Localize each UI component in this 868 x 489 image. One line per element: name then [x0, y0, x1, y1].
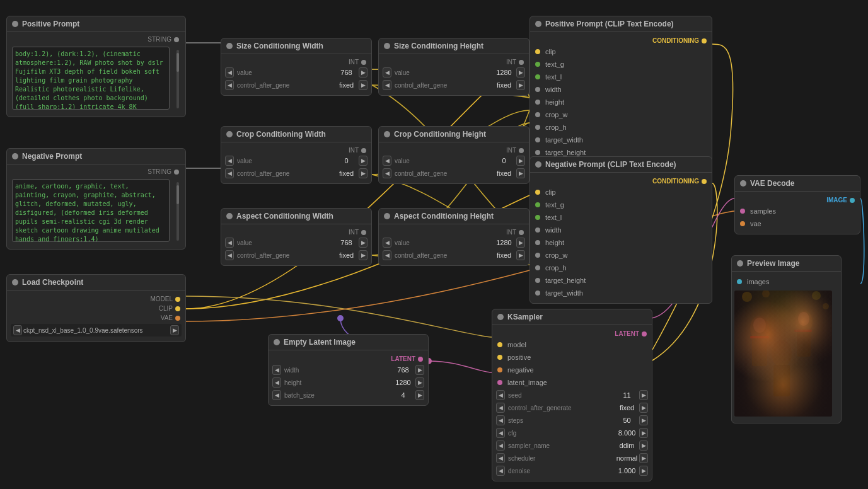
size-cond-height-body: INT ◀ value 1280 ▶ ◀ control_after_gene … — [379, 54, 529, 95]
decrease-batch-btn[interactable]: ◀ — [272, 390, 281, 400]
increase-value-btn[interactable]: ▶ — [359, 156, 367, 166]
prev-checkpoint-btn[interactable]: ◀ — [13, 325, 22, 335]
load-checkpoint-title: Load Checkpoint — [22, 278, 83, 287]
increase-control-btn[interactable]: ▶ — [359, 250, 367, 260]
decrease-value-btn[interactable]: ◀ — [225, 67, 234, 78]
increase-control-btn[interactable]: ▶ — [359, 80, 367, 90]
decrease-control-btn[interactable]: ◀ — [225, 168, 234, 178]
vae-decode-header: VAE Decode — [735, 176, 860, 192]
increase-seed-btn[interactable]: ▶ — [639, 390, 648, 400]
positive-prompt-textarea[interactable]: body:1.2), (dark:1.2), (cinematic atmosp… — [12, 47, 170, 110]
decrease-value-btn[interactable]: ◀ — [383, 156, 391, 166]
decrease-value-btn[interactable]: ◀ — [225, 156, 234, 166]
increase-width-btn[interactable]: ▶ — [415, 365, 424, 375]
decrease-control-btn[interactable]: ◀ — [383, 250, 391, 260]
increase-value-btn[interactable]: ▶ — [359, 238, 367, 248]
model-input-port — [497, 342, 502, 347]
text-l-input-port — [535, 74, 540, 79]
increase-value-btn[interactable]: ▶ — [516, 238, 525, 248]
seed-display: 11 — [616, 391, 638, 399]
decrease-sampler-btn[interactable]: ◀ — [496, 440, 505, 451]
decrease-width-btn[interactable]: ◀ — [272, 365, 281, 375]
increase-control-btn[interactable]: ▶ — [359, 168, 367, 178]
increase-control-btn[interactable]: ▶ — [516, 168, 525, 178]
decrease-height-btn[interactable]: ◀ — [272, 377, 281, 388]
decrease-value-btn[interactable]: ◀ — [383, 238, 391, 248]
increase-value-btn[interactable]: ▶ — [359, 67, 367, 78]
increase-denoise-btn[interactable]: ▶ — [639, 466, 648, 476]
control-display: fixed — [335, 81, 357, 89]
decrease-control-btn[interactable]: ◀ — [225, 80, 234, 90]
increase-value-btn[interactable]: ▶ — [516, 67, 525, 78]
negative-prompt-textarea[interactable]: anime, cartoon, graphic, text, painting,… — [12, 179, 170, 242]
vae-port-label: vae — [750, 220, 761, 227]
decrease-denoise-btn[interactable]: ◀ — [496, 466, 505, 476]
text-g-input-port — [535, 62, 540, 67]
height-input-row: ◀ height 1280 ▶ — [269, 376, 428, 389]
size-cond-width-header: Size Conditioning Width — [221, 38, 371, 54]
height-port-label: height — [545, 239, 564, 246]
positive-clip-header: Positive Prompt (CLIP Text Encode) — [530, 16, 712, 32]
decrease-steps-btn[interactable]: ◀ — [496, 415, 505, 425]
node-status-dot — [12, 279, 18, 285]
decrease-value-btn[interactable]: ◀ — [383, 67, 391, 78]
svg-point-19 — [823, 303, 829, 309]
increase-control-btn[interactable]: ▶ — [516, 80, 525, 90]
increase-steps-btn[interactable]: ▶ — [639, 415, 648, 425]
int-badge: INT — [506, 59, 516, 66]
increase-cfg-btn[interactable]: ▶ — [639, 428, 648, 438]
increase-control-btn[interactable]: ▶ — [516, 250, 525, 260]
samples-input-port — [740, 209, 745, 214]
increase-scheduler-btn[interactable]: ▶ — [639, 453, 648, 463]
decrease-control-btn[interactable]: ◀ — [383, 168, 391, 178]
height-input-row: height — [530, 236, 712, 249]
positive-prompt-node: Positive Prompt STRING body:1.2), (dark:… — [6, 16, 186, 117]
aspect-cond-width-body: INT ◀ value 768 ▶ ◀ control_after_gene f… — [221, 224, 371, 265]
svg-point-14 — [772, 340, 792, 367]
height-display: 1280 — [392, 379, 414, 386]
empty-latent-body: LATENT ◀ width 768 ▶ ◀ height 1280 ▶ ◀ b… — [269, 350, 428, 405]
svg-rect-7 — [734, 291, 832, 417]
crop-cond-width-title: Crop Conditioning Width — [236, 130, 326, 139]
cfg-display: 8.000 — [616, 429, 638, 437]
next-checkpoint-btn[interactable]: ▶ — [170, 325, 179, 335]
string-output-port — [174, 170, 179, 175]
text-l-port-label: text_l — [545, 214, 562, 221]
denoise-label: denoise — [508, 468, 613, 475]
control-input-row: ◀ control_after_gene fixed ▶ — [221, 249, 371, 262]
decrease-cfg-btn[interactable]: ◀ — [496, 428, 505, 438]
negative-prompt-header: Negative Prompt — [7, 149, 185, 164]
negative-port-label: negative — [507, 366, 534, 374]
control-display: fixed — [616, 404, 638, 411]
value-label: value — [237, 69, 332, 76]
int-badge: INT — [349, 229, 359, 236]
target-width-input-port — [535, 291, 540, 296]
decrease-control-btn[interactable]: ◀ — [496, 403, 505, 413]
ksampler-node: KSampler LATENT model positive negative … — [492, 309, 652, 481]
increase-batch-btn[interactable]: ▶ — [415, 390, 424, 400]
text-g-input-row: text_g — [530, 58, 712, 71]
target-height-input-port — [535, 278, 540, 283]
control-input-row: ◀ control_after_generate fixed ▶ — [492, 401, 652, 414]
increase-value-btn[interactable]: ▶ — [516, 156, 525, 166]
control-display: fixed — [493, 170, 515, 177]
string-badge: STRING — [148, 168, 171, 175]
increase-height-btn[interactable]: ▶ — [415, 377, 424, 388]
decrease-seed-btn[interactable]: ◀ — [496, 390, 505, 400]
decrease-value-btn[interactable]: ◀ — [225, 238, 234, 248]
crop-w-input-port — [535, 112, 540, 117]
conditioning-output-port — [702, 179, 707, 184]
width-port-label: width — [545, 226, 562, 234]
decrease-scheduler-btn[interactable]: ◀ — [496, 453, 505, 463]
control-label: control_after_gene — [395, 170, 490, 177]
increase-control-btn[interactable]: ▶ — [639, 403, 648, 413]
model-badge: MODEL — [150, 296, 173, 302]
preview-image-container — [732, 288, 841, 419]
int-badge: INT — [506, 147, 516, 154]
text-l-input-row: text_l — [530, 71, 712, 83]
empty-latent-title: Empty Latent Image — [284, 338, 356, 347]
increase-sampler-btn[interactable]: ▶ — [639, 440, 648, 451]
crop-w-port-label: crop_w — [545, 251, 567, 259]
decrease-control-btn[interactable]: ◀ — [225, 250, 234, 260]
decrease-control-btn[interactable]: ◀ — [383, 80, 391, 90]
